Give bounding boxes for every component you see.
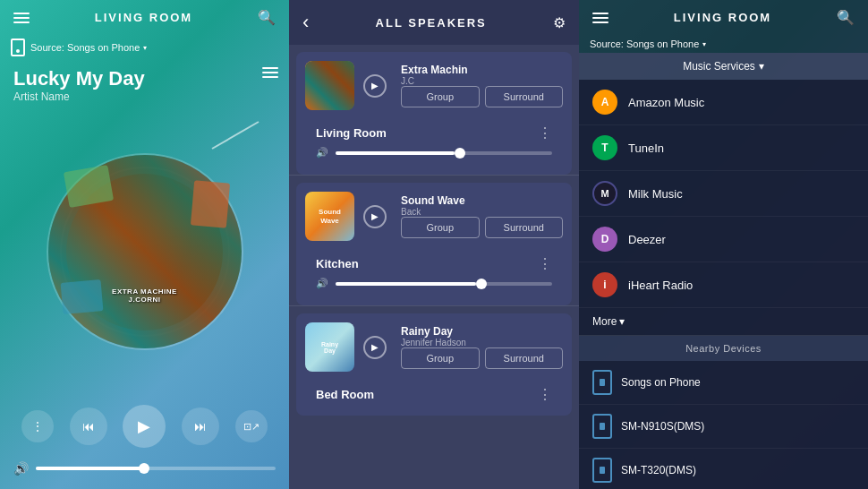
speaker-sub: Back: [401, 207, 563, 217]
room-vol-thumb[interactable]: [455, 148, 465, 159]
room-name: Bed Room: [316, 388, 374, 401]
service-item-deezer[interactable]: D Deezer: [579, 217, 868, 262]
speaker-play-button[interactable]: ▶: [363, 336, 387, 359]
source-label: Source: Songs on Phone: [30, 42, 140, 53]
room-vol-fill: [336, 151, 455, 155]
device-name: SM-N910S(DMS): [621, 420, 704, 433]
track-info: Lucky My Day Artist Name: [0, 60, 289, 107]
now-playing-panel: LIVING ROOM 🔍 Source: Songs on Phone ▾ L…: [0, 0, 289, 489]
device-item-n910[interactable]: SM-N910S(DMS): [579, 405, 868, 449]
settings-icon[interactable]: ⚙: [553, 14, 566, 31]
more-row[interactable]: More ▾: [579, 308, 868, 336]
room-vol-thumb[interactable]: [476, 279, 487, 289]
room-options-icon[interactable]: ⋮: [538, 255, 552, 272]
panel3-header: LIVING ROOM 🔍: [579, 0, 868, 35]
speaker-buttons: Group Surround: [401, 217, 563, 238]
speaker-card: RainyDay ▶ Rainy Day Jennifer Hadson Gro…: [296, 313, 572, 416]
search-icon[interactable]: 🔍: [837, 9, 855, 26]
room-row: Living Room ⋮: [305, 117, 563, 145]
service-item-tunein[interactable]: T TuneIn: [579, 125, 868, 171]
speaker-meta: Rainy Day Jennifer Hadson Group Surround: [401, 325, 563, 369]
phone-icon: [11, 39, 25, 56]
more-options-button[interactable]: ⋮: [21, 410, 54, 442]
speaker-play-button[interactable]: ▶: [363, 205, 387, 228]
more-label: More: [592, 315, 617, 328]
panel3-content: LIVING ROOM 🔍 Source: Songs on Phone ▾ M…: [579, 0, 868, 489]
device-name: Songs on Phone: [621, 376, 701, 389]
surround-button[interactable]: Surround: [485, 347, 564, 369]
source-label: Source: Songs on Phone: [590, 39, 699, 49]
service-item-iheart[interactable]: i iHeart Radio: [579, 262, 868, 308]
track-menu-icon[interactable]: [262, 67, 278, 78]
device-item-t320[interactable]: SM-T320(DMS): [579, 449, 868, 489]
group-button[interactable]: Group: [401, 347, 480, 369]
nearby-devices-header: Nearby Devices: [579, 336, 868, 361]
speaker-meta: Sound Wave Back Group Surround: [401, 194, 563, 238]
play-button[interactable]: ▶: [123, 405, 166, 448]
vol-icon: 🔊: [316, 278, 328, 289]
panel1-header: LIVING ROOM 🔍: [0, 0, 289, 35]
surround-button[interactable]: Surround: [485, 86, 564, 107]
surround-button[interactable]: Surround: [485, 217, 564, 238]
volume-icon: 🔊: [13, 461, 29, 476]
volume-bar-container: 🔊: [0, 457, 289, 489]
vol-icon: 🔊: [316, 147, 328, 159]
room-vol-bar[interactable]: [336, 282, 552, 286]
inner-ring: EXTRA MACHINE J.CORNI: [60, 167, 230, 337]
source-bar[interactable]: Source: Songs on Phone ▾: [0, 35, 289, 60]
service-name: TuneIn: [628, 142, 664, 155]
cast-button[interactable]: ⊡↗: [235, 410, 268, 442]
next-button[interactable]: ⏭: [182, 408, 219, 445]
device-name: SM-T320(DMS): [621, 464, 696, 476]
volume-bar[interactable]: [36, 467, 276, 470]
group-button[interactable]: Group: [401, 217, 480, 238]
artist-name: Artist Name: [13, 90, 276, 103]
speakers-list: ▶ Extra Machin J.C Group Surround Living…: [289, 45, 579, 489]
hamburger-icon[interactable]: [13, 13, 30, 23]
more-arrow: ▾: [619, 315, 625, 328]
volume-thumb[interactable]: [139, 463, 149, 474]
speaker-album-art: SoundWave: [305, 192, 354, 241]
tunein-icon: T: [592, 135, 617, 160]
service-name: iHeart Radio: [628, 279, 693, 292]
speaker-sub: J.C: [401, 76, 563, 86]
nearby-label: Nearby Devices: [685, 343, 762, 354]
music-services-header[interactable]: Music Services ▾: [579, 53, 868, 80]
speaker-card: SoundWave ▶ Sound Wave Back Group Surrou…: [296, 183, 572, 305]
back-icon[interactable]: ‹: [302, 11, 309, 34]
device-item-songs[interactable]: Songs on Phone: [579, 361, 868, 405]
device-phone-icon: [592, 458, 612, 483]
speaker-meta: Extra Machin J.C Group Surround: [401, 64, 563, 107]
album-label-line1: EXTRA MACHINE: [112, 287, 177, 296]
speaker-buttons: Group Surround: [401, 86, 563, 107]
service-item-amazon[interactable]: A Amazon Music: [579, 80, 868, 125]
speaker-name: Rainy Day: [401, 325, 563, 338]
service-item-milk[interactable]: M Milk Music: [579, 171, 868, 217]
hamburger-icon[interactable]: [592, 13, 608, 23]
services-list: A Amazon Music T TuneIn M Milk Music D D…: [579, 80, 868, 308]
playback-controls: ⋮ ⏮ ▶ ⏭ ⊡↗: [0, 396, 289, 457]
divider: [289, 175, 579, 176]
room-vol-bar[interactable]: [336, 151, 552, 155]
speaker-top: RainyDay ▶ Rainy Day Jennifer Hadson Gro…: [305, 322, 563, 372]
panel3-source[interactable]: Source: Songs on Phone ▾: [579, 35, 868, 53]
service-name: Deezer: [628, 233, 666, 246]
room-options-icon[interactable]: ⋮: [538, 124, 552, 142]
rainy-text: RainyDay: [321, 341, 338, 354]
panel3-title: LIVING ROOM: [674, 11, 771, 24]
service-name: Milk Music: [628, 187, 683, 201]
deezer-icon: D: [592, 227, 617, 252]
room-name: Living Room: [316, 126, 387, 140]
prev-button[interactable]: ⏮: [70, 408, 107, 445]
room-vol-row: 🔊: [305, 276, 563, 296]
room-options-icon[interactable]: ⋮: [538, 386, 552, 403]
device-phone-icon: [592, 370, 612, 395]
room-row: Kitchen ⋮: [305, 248, 563, 276]
group-button[interactable]: Group: [401, 86, 480, 107]
music-services-panel: LIVING ROOM 🔍 Source: Songs on Phone ▾ M…: [579, 0, 868, 489]
wave-text: SoundWave: [319, 208, 341, 225]
iheart-icon: i: [592, 272, 617, 297]
speaker-name: Extra Machin: [401, 64, 563, 76]
speaker-play-button[interactable]: ▶: [363, 74, 387, 98]
search-icon[interactable]: 🔍: [258, 9, 276, 26]
